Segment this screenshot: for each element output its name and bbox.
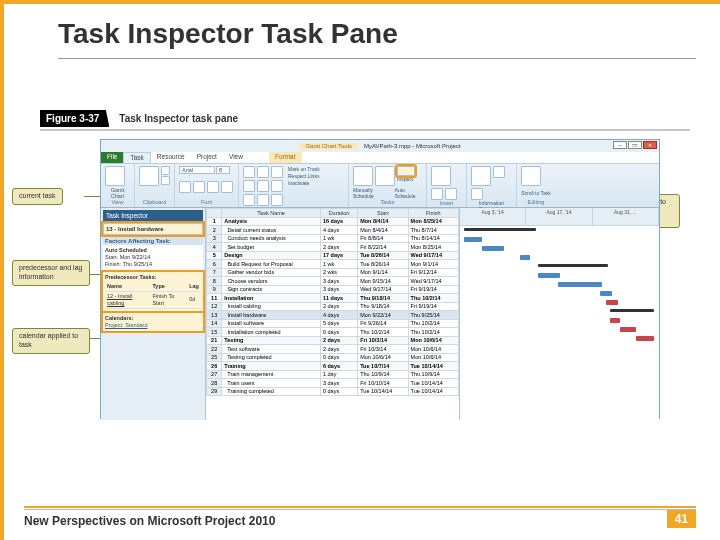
ribbon-group-insert: Insert xyxy=(427,164,467,207)
table-row[interactable]: 11Installation11 daysThu 9/18/14Thu 10/2… xyxy=(207,294,459,303)
table-row[interactable]: 12 Install cabling2 daysThu 9/18/14Fri 9… xyxy=(207,302,459,311)
minimize-button[interactable]: – xyxy=(613,141,627,149)
tab-file[interactable]: File xyxy=(101,152,123,163)
tab-task[interactable]: Task xyxy=(123,152,150,163)
task-inspector-pane: Task Inspector 13 - Install hardware Fac… xyxy=(101,208,206,420)
italic-icon[interactable] xyxy=(193,181,205,193)
page-number: 41 xyxy=(667,510,696,528)
details-icon[interactable] xyxy=(471,188,483,200)
timeline-body xyxy=(460,226,659,420)
table-row[interactable]: 25 Testing completed0 daysMon 10/6/14Mon… xyxy=(207,353,459,362)
outdent-icon[interactable] xyxy=(243,194,255,206)
inspector-auto-label: Auto Scheduled xyxy=(105,247,201,254)
gbar-t7 xyxy=(558,282,602,287)
table-row[interactable]: 27 Train management1 dayThu 10/9/14Thu 1… xyxy=(207,370,459,379)
pct50-icon[interactable] xyxy=(271,166,283,178)
pct0-icon[interactable] xyxy=(243,166,255,178)
pct75-icon[interactable] xyxy=(243,180,255,192)
table-row[interactable]: 5Design17 daysTue 8/26/14Wed 9/17/14 xyxy=(207,251,459,260)
underline-icon[interactable] xyxy=(207,181,219,193)
cut-icon[interactable] xyxy=(161,166,170,175)
tab-format[interactable]: Format xyxy=(269,152,302,163)
table-row[interactable]: 1Analysis16 daysMon 8/4/14Mon 8/25/14 xyxy=(207,217,459,226)
milestone-icon[interactable] xyxy=(445,188,457,200)
inspector-finish: Finish: Thu 9/25/14 xyxy=(105,261,201,268)
gbar-install xyxy=(610,309,654,312)
bold-icon[interactable] xyxy=(179,181,191,193)
table-row[interactable]: 14 Install software5 daysFri 9/26/14Thu … xyxy=(207,319,459,328)
task-insert-icon[interactable] xyxy=(431,166,451,186)
tab-view[interactable]: View xyxy=(223,152,249,163)
gantt-chart-icon[interactable] xyxy=(105,166,125,186)
ribbon-group-properties: Information Properties xyxy=(467,164,517,207)
col-duration[interactable]: Duration xyxy=(320,209,357,218)
scroll-label: Scroll to Task xyxy=(521,190,551,196)
inspect-button-label: Inspect xyxy=(397,176,415,182)
gbar-t2 xyxy=(464,237,482,242)
table-row[interactable]: 6 Build Request for Proposal1 wkTue 8/26… xyxy=(207,260,459,269)
unlink-icon[interactable] xyxy=(271,194,283,206)
inspect-button[interactable] xyxy=(397,166,415,176)
table-row[interactable]: 3 Conduct needs analysis1 wkFri 8/8/14Th… xyxy=(207,234,459,243)
accent-top xyxy=(0,0,720,4)
figure-container: Figure 3-37 Task Inspector task pane cur… xyxy=(40,110,690,450)
table-row[interactable]: 21Testing2 daysFri 10/3/14Mon 10/6/14 xyxy=(207,336,459,345)
font-size-select[interactable]: 8 xyxy=(216,166,230,174)
app-window: Gantt Chart Tools MyAVPath-3.mpp - Micro… xyxy=(100,139,660,419)
font-name-select[interactable]: Arial xyxy=(179,166,215,174)
table-row[interactable]: 8 Choose vendors3 daysMon 9/15/14Wed 9/1… xyxy=(207,277,459,286)
ribbon: Gantt Chart View Clipboard Arial8 Font M… xyxy=(101,164,659,208)
inactivate-button[interactable]: Inactivate xyxy=(288,180,320,187)
maximize-button[interactable]: ▭ xyxy=(628,141,642,149)
manually-schedule-icon[interactable] xyxy=(353,166,373,186)
close-button[interactable]: × xyxy=(643,141,657,149)
col-task-name[interactable]: Task Name xyxy=(222,209,321,218)
indent-icon[interactable] xyxy=(271,180,283,192)
table-row[interactable]: 28 Train users3 daysFri 10/10/14Tue 10/1… xyxy=(207,379,459,388)
information-icon[interactable] xyxy=(471,166,491,186)
gbar-t4 xyxy=(520,255,530,260)
table-row[interactable]: 26Training6 daysTue 10/7/14Tue 10/14/14 xyxy=(207,362,459,371)
work-area: Task Inspector 13 - Install hardware Fac… xyxy=(101,208,659,420)
table-row[interactable]: 2 Detail current status4 daysMon 8/4/14T… xyxy=(207,226,459,235)
pred-row-name[interactable]: 12 - Install cabling xyxy=(105,291,150,308)
tl-period-0: Aug 3, '14 xyxy=(460,208,526,225)
figure-rule xyxy=(40,129,690,131)
table-row[interactable]: 15 Installation completed0 daysThu 10/2/… xyxy=(207,328,459,337)
window-controls: – ▭ × xyxy=(613,141,657,149)
notes-icon[interactable] xyxy=(493,166,505,178)
link-icon[interactable] xyxy=(257,194,269,206)
gbar-t13 xyxy=(620,327,636,332)
col-finish[interactable]: Finish xyxy=(408,209,458,218)
inspector-cal-row[interactable]: Project: Standard xyxy=(105,322,201,329)
pct25-icon[interactable] xyxy=(257,166,269,178)
table-row[interactable]: 4 Set budget2 daysFri 8/22/14Mon 8/25/14 xyxy=(207,243,459,252)
table-row[interactable]: 9 Sign contracts3 daysWed 9/17/14Fri 9/1… xyxy=(207,285,459,294)
tab-project[interactable]: Project xyxy=(191,152,223,163)
auto-schedule-icon[interactable] xyxy=(375,166,395,186)
callout-predecessor: predecessor and lag information xyxy=(12,260,90,286)
table-row[interactable]: 29 Training completed0 daysTue 10/14/14T… xyxy=(207,387,459,396)
inspector-pred-table: NameTypeLag 12 - Install cablingFinish T… xyxy=(105,282,201,309)
font-color-icon[interactable] xyxy=(221,181,233,193)
table-row[interactable]: 13 Install hardware4 daysMon 9/22/14Thu … xyxy=(207,311,459,320)
table-row[interactable]: 22 Test software2 daysFri 10/3/14Mon 10/… xyxy=(207,345,459,354)
inspector-calendar-block: Calendars: Project: Standard xyxy=(103,313,203,331)
figure-header: Figure 3-37 Task Inspector task pane xyxy=(40,110,690,127)
pct100-icon[interactable] xyxy=(257,180,269,192)
ribbon-group-schedule: Mark on Track Respect Links Inactivate S… xyxy=(239,164,349,207)
copy-icon[interactable] xyxy=(161,176,170,185)
slide-title: Task Inspector Task Pane xyxy=(58,18,398,50)
summary-icon[interactable] xyxy=(431,188,443,200)
col-start[interactable]: Start xyxy=(358,209,408,218)
title-underline xyxy=(58,58,696,59)
paste-icon[interactable] xyxy=(139,166,159,186)
gbar-design xyxy=(538,264,608,267)
task-grid[interactable]: Task Name Duration Start Finish 1Analysi… xyxy=(206,208,459,396)
scroll-to-task-icon[interactable] xyxy=(521,166,541,186)
mark-on-track-button[interactable]: Mark on Track xyxy=(288,166,320,173)
ribbon-group-font: Arial8 Font xyxy=(175,164,239,207)
tab-resource[interactable]: Resource xyxy=(151,152,191,163)
table-row[interactable]: 7 Gather vendor bids2 wksMon 9/1/14Fri 9… xyxy=(207,268,459,277)
respect-links-button[interactable]: Respect Links xyxy=(288,173,320,180)
